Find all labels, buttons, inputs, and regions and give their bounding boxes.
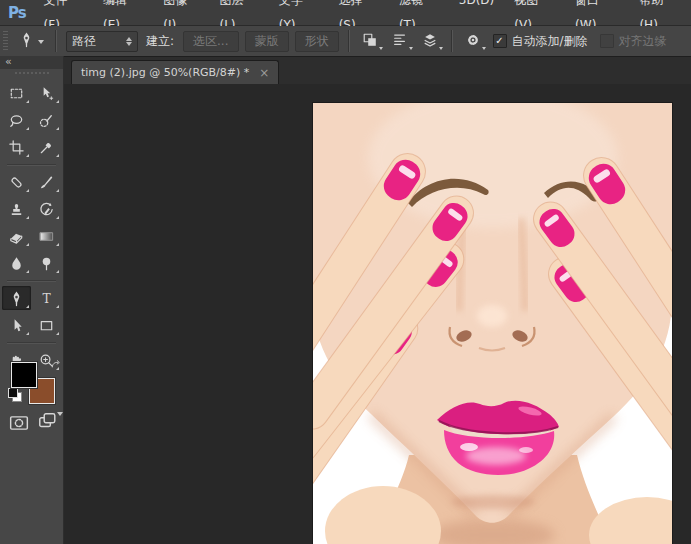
spinner-arrows-icon: [126, 34, 132, 49]
tool-separator: [7, 280, 56, 281]
path-icon-buttons: [355, 30, 445, 53]
document-tab-title: timg (2).jpg @ 50%(RGB/8#) *: [81, 66, 249, 79]
photo-woman-pink-nails: [313, 103, 672, 544]
separator: [348, 30, 349, 52]
quick-mask-button[interactable]: [9, 413, 29, 437]
options-bar-grip[interactable]: [3, 31, 8, 51]
screen-mode-button[interactable]: [37, 411, 63, 435]
make-shape-button[interactable]: 形状: [295, 31, 339, 52]
path-arrange-icon[interactable]: [418, 30, 442, 53]
tool-path-selection[interactable]: [2, 313, 31, 337]
make-label: 建立:: [146, 33, 174, 50]
make-selection-button[interactable]: 选区...: [183, 31, 238, 52]
tool-rectangle-shape[interactable]: [32, 313, 61, 337]
photoshop-logo: Ps: [0, 4, 34, 22]
separator: [55, 30, 56, 52]
tool-separator: [7, 164, 56, 165]
tool-move[interactable]: [32, 81, 61, 105]
menu-bar: Ps 文件(F)编辑(E)图像(I)图层(L)文字(Y)选择(S)滤镜(T)3D…: [0, 0, 691, 26]
make-buttons: 选区...蒙版形状: [180, 31, 341, 52]
gear-icon[interactable]: [461, 30, 485, 53]
make-mask-button[interactable]: 蒙版: [245, 31, 289, 52]
tool-clone-stamp[interactable]: [2, 197, 31, 221]
tool-options-bar: 路径 建立: 选区...蒙版形状 自动添加/删除 对齐边缘: [0, 26, 691, 57]
tool-eraser[interactable]: [2, 224, 31, 248]
svg-text:T: T: [42, 291, 51, 305]
tool-preset-picker[interactable]: [13, 29, 49, 53]
color-swatches: [8, 356, 62, 410]
tool-pen[interactable]: [2, 286, 31, 310]
default-colors-icon[interactable]: [8, 388, 22, 402]
tool-eyedropper[interactable]: [32, 135, 61, 159]
tool-brush[interactable]: [32, 170, 61, 194]
document-tab-bar: timg (2).jpg @ 50%(RGB/8#) * ×: [63, 57, 691, 84]
tool-lasso[interactable]: [2, 108, 31, 132]
tool-blur[interactable]: [2, 251, 31, 275]
tool-quick-selection[interactable]: [32, 108, 61, 132]
tool-dodge[interactable]: [32, 251, 61, 275]
tool-grid: T: [0, 76, 63, 372]
path-mode-value: 路径: [72, 33, 96, 50]
foreground-color-swatch[interactable]: [11, 362, 37, 388]
tool-crop[interactable]: [2, 135, 31, 159]
auto-add-delete-checkbox[interactable]: [493, 34, 507, 48]
tool-separator: [7, 342, 56, 343]
tool-gradient[interactable]: [32, 224, 61, 248]
path-operations-icon[interactable]: [358, 30, 382, 53]
swap-colors-icon[interactable]: [50, 357, 62, 376]
tool-type[interactable]: T: [32, 286, 61, 310]
pen-icon: [18, 31, 35, 51]
tool-rectangular-marquee[interactable]: [2, 81, 31, 105]
document-tab[interactable]: timg (2).jpg @ 50%(RGB/8#) * ×: [71, 60, 279, 84]
tool-spot-healing-brush[interactable]: [2, 170, 31, 194]
chevron-down-icon: [38, 40, 44, 47]
close-icon[interactable]: ×: [259, 67, 269, 79]
separator: [451, 30, 452, 52]
path-align-icon[interactable]: [388, 30, 412, 53]
align-edges-label: 对齐边缘: [619, 33, 667, 50]
auto-add-delete-label: 自动添加/删除: [512, 33, 588, 50]
collapse-panel-button[interactable]: «: [0, 56, 63, 69]
tools-panel: « T: [0, 56, 64, 544]
tool-history-brush[interactable]: [32, 197, 61, 221]
align-edges-checkbox[interactable]: [600, 34, 614, 48]
path-mode-dropdown[interactable]: 路径: [66, 31, 138, 52]
document-canvas[interactable]: [313, 103, 672, 544]
